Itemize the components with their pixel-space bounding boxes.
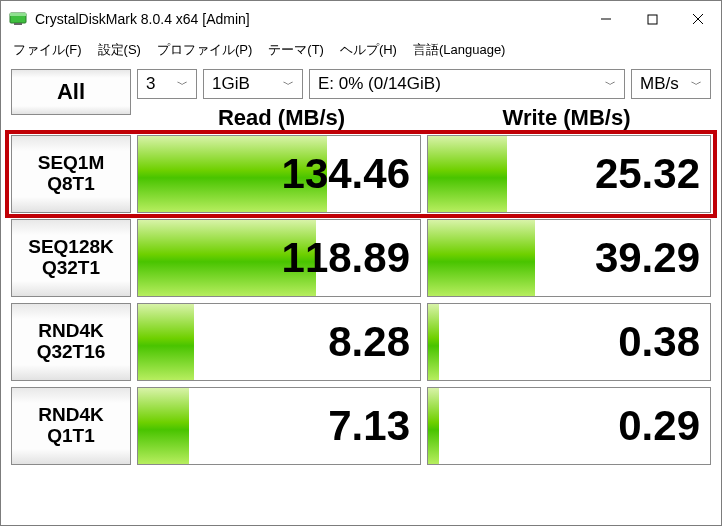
menu-help[interactable]: ヘルプ(H): [334, 39, 403, 61]
test-name-line1: RND4K: [38, 405, 103, 426]
count-value: 3: [146, 74, 155, 94]
test-name-line2: Q1T1: [47, 426, 95, 447]
read-value: 134.46: [282, 150, 410, 198]
write-value: 0.29: [618, 402, 700, 450]
window-buttons: [583, 1, 721, 37]
result-row: SEQ128KQ32T1118.8939.29: [11, 219, 711, 297]
write-bar: [428, 220, 535, 296]
chevron-down-icon: ﹀: [605, 77, 616, 92]
test-name-line2: Q32T16: [37, 342, 106, 363]
write-value: 0.38: [618, 318, 700, 366]
write-cell: 0.29: [427, 387, 711, 465]
test-button[interactable]: SEQ1MQ8T1: [11, 135, 131, 213]
menu-settings[interactable]: 設定(S): [92, 39, 147, 61]
column-headers: Read (MB/s) Write (MB/s): [137, 105, 711, 131]
menu-profile[interactable]: プロファイル(P): [151, 39, 258, 61]
test-name-line1: SEQ128K: [28, 237, 114, 258]
svg-rect-1: [10, 13, 26, 16]
test-button[interactable]: RND4KQ32T16: [11, 303, 131, 381]
read-value: 8.28: [328, 318, 410, 366]
menu-file[interactable]: ファイル(F): [7, 39, 88, 61]
menu-bar: ファイル(F) 設定(S) プロファイル(P) テーマ(T) ヘルプ(H) 言語…: [1, 37, 721, 63]
read-cell: 118.89: [137, 219, 421, 297]
write-cell: 25.32: [427, 135, 711, 213]
test-button[interactable]: SEQ128KQ32T1: [11, 219, 131, 297]
drive-select[interactable]: E: 0% (0/14GiB) ﹀: [309, 69, 625, 99]
menu-theme[interactable]: テーマ(T): [262, 39, 330, 61]
svg-rect-4: [648, 15, 657, 24]
chevron-down-icon: ﹀: [691, 77, 702, 92]
write-bar: [428, 136, 507, 212]
result-row: RND4KQ1T17.130.29: [11, 387, 711, 465]
header-write: Write (MB/s): [424, 105, 709, 131]
header-read: Read (MB/s): [139, 105, 424, 131]
read-cell: 8.28: [137, 303, 421, 381]
results-grid: SEQ1MQ8T1134.4625.32SEQ128KQ32T1118.8939…: [11, 135, 711, 465]
write-cell: 39.29: [427, 219, 711, 297]
read-cell: 134.46: [137, 135, 421, 213]
count-select[interactable]: 3 ﹀: [137, 69, 197, 99]
run-all-label: All: [57, 79, 85, 105]
test-button[interactable]: RND4KQ1T1: [11, 387, 131, 465]
size-select[interactable]: 1GiB ﹀: [203, 69, 303, 99]
read-cell: 7.13: [137, 387, 421, 465]
maximize-button[interactable]: [629, 1, 675, 37]
unit-value: MB/s: [640, 74, 679, 94]
write-value: 39.29: [595, 234, 700, 282]
controls-row: All 3 ﹀ 1GiB ﹀ E: 0% (0/14GiB) ﹀ MB/s ﹀ …: [1, 63, 721, 135]
write-bar: [428, 304, 439, 380]
run-all-button[interactable]: All: [11, 69, 131, 115]
test-name-line1: SEQ1M: [38, 153, 105, 174]
svg-rect-2: [14, 23, 22, 25]
unit-select[interactable]: MB/s ﹀: [631, 69, 711, 99]
title-bar: CrystalDiskMark 8.0.4 x64 [Admin]: [1, 1, 721, 37]
menu-language[interactable]: 言語(Language): [407, 39, 512, 61]
write-cell: 0.38: [427, 303, 711, 381]
write-value: 25.32: [595, 150, 700, 198]
read-bar: [138, 388, 189, 464]
read-value: 7.13: [328, 402, 410, 450]
chevron-down-icon: ﹀: [283, 77, 294, 92]
result-row: RND4KQ32T168.280.38: [11, 303, 711, 381]
read-value: 118.89: [282, 234, 410, 282]
drive-value: E: 0% (0/14GiB): [318, 74, 441, 94]
read-bar: [138, 304, 194, 380]
result-row: SEQ1MQ8T1134.4625.32: [11, 135, 711, 213]
minimize-button[interactable]: [583, 1, 629, 37]
test-name-line2: Q8T1: [47, 174, 95, 195]
chevron-down-icon: ﹀: [177, 77, 188, 92]
test-name-line1: RND4K: [38, 321, 103, 342]
close-button[interactable]: [675, 1, 721, 37]
size-value: 1GiB: [212, 74, 250, 94]
write-bar: [428, 388, 439, 464]
app-icon: [9, 10, 27, 28]
window-title: CrystalDiskMark 8.0.4 x64 [Admin]: [35, 11, 583, 27]
test-name-line2: Q32T1: [42, 258, 100, 279]
